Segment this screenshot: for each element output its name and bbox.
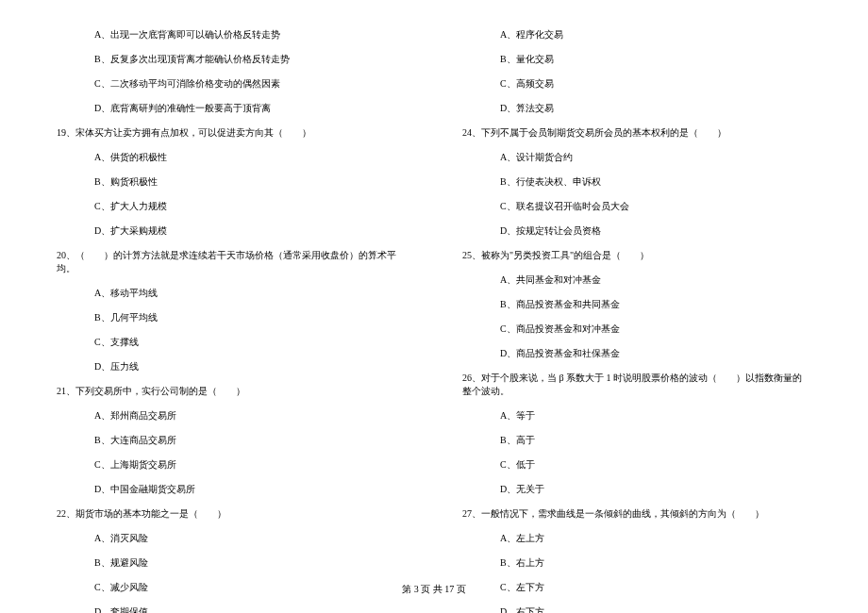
question-24-option-b: B、行使表决权、申诉权 [500,175,811,189]
question-26-option-a: A、等于 [500,409,811,422]
question-25-option-a: A、共同基金和对冲基金 [500,273,811,287]
question-27-option-a: A、左上方 [500,532,811,545]
question-25-stem: 25、被称为"另类投资工具"的组合是（ ） [462,249,811,262]
question-25-option-d: D、商品投资基金和社保基金 [500,347,811,360]
q23-option-c: C、高频交易 [500,77,811,91]
question-20-option-d: D、压力线 [94,360,406,373]
question-19-option-a: A、供货的积极性 [94,151,406,164]
question-24-option-d: D、按规定转让会员资格 [500,224,811,238]
question-20-option-b: B、几何平均线 [94,311,406,324]
question-21-option-a: A、郑州商品交易所 [94,409,406,422]
question-20-option-c: C、支撑线 [94,336,406,349]
question-27-option-d: D、右下方 [500,605,811,613]
question-19-stem: 19、宋体买方让卖方拥有点加权，可以促进卖方向其（ ） [57,126,406,140]
q23-option-d: D、算法交易 [500,102,811,115]
question-25-option-c: C、商品投资基金和对冲基金 [500,323,811,336]
question-24-option-c: C、联名提议召开临时会员大会 [500,200,811,213]
question-19-option-c: C、扩大人力规模 [94,200,406,213]
question-21-option-c: C、上海期货交易所 [94,458,406,472]
page-footer: 第 3 页 共 17 页 [0,583,868,596]
left-column: A、出现一次底背离即可以确认价格反转走势 B、反复多次出现顶背离才能确认价格反转… [57,28,406,556]
question-27-stem: 27、一般情况下，需求曲线是一条倾斜的曲线，其倾斜的方向为（ ） [462,507,811,521]
question-21-option-b: B、大连商品交易所 [94,434,406,447]
question-24-stem: 24、下列不属于会员制期货交易所会员的基本权利的是（ ） [462,126,811,140]
question-26-option-c: C、低于 [500,458,811,472]
q23-option-a: A、程序化交易 [500,28,811,41]
question-21-stem: 21、下列交易所中，实行公司制的是（ ） [57,385,406,398]
q23-option-b: B、量化交易 [500,53,811,66]
question-26-stem: 26、对于个股来说，当 β 系数大于 1 时说明股票价格的波动（ ）以指数衡量的… [462,372,811,398]
question-25-option-b: B、商品投资基金和共同基金 [500,298,811,311]
question-24-option-a: A、设计期货合约 [500,151,811,164]
question-22-option-a: A、消灭风险 [94,532,406,545]
question-19-option-b: B、购货积极性 [94,175,406,189]
page-content: A、出现一次底背离即可以确认价格反转走势 B、反复多次出现顶背离才能确认价格反转… [57,28,811,556]
question-21-option-d: D、中国金融期货交易所 [94,483,406,496]
question-26-option-d: D、无关于 [500,483,811,496]
question-19-option-d: D、扩大采购规模 [94,224,406,238]
question-22-option-d: D、套期保值 [94,605,406,613]
question-22-stem: 22、期货市场的基本功能之一是（ ） [57,507,406,521]
question-20-option-a: A、移动平均线 [94,287,406,300]
prev-option-c: C、二次移动平均可消除价格变动的偶然因素 [94,77,406,91]
prev-option-a: A、出现一次底背离即可以确认价格反转走势 [94,28,406,41]
prev-option-b: B、反复多次出现顶背离才能确认价格反转走势 [94,53,406,66]
question-26-option-b: B、高于 [500,434,811,447]
prev-option-d: D、底背离研判的准确性一般要高于顶背离 [94,102,406,115]
question-22-option-b: B、规避风险 [94,556,406,570]
question-27-option-b: B、右上方 [500,556,811,570]
question-20-stem: 20、（ ）的计算方法就是求连续若干天市场价格（通常采用收盘价）的算术平均。 [57,249,406,275]
right-column: A、程序化交易 B、量化交易 C、高频交易 D、算法交易 24、下列不属于会员制… [462,28,811,556]
